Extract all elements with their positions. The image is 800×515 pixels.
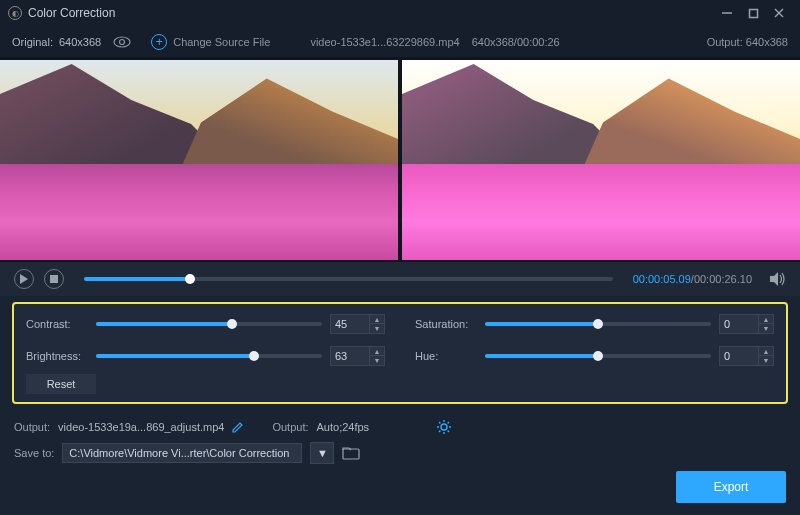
bottom-panel: Output: video-1533e19a...869_adjust.mp4 … xyxy=(0,410,800,466)
maximize-button[interactable] xyxy=(740,4,766,22)
contrast-step-down[interactable]: ▼ xyxy=(370,324,384,333)
settings-icon[interactable] xyxy=(437,420,451,434)
brightness-input[interactable] xyxy=(330,346,370,366)
hue-label: Hue: xyxy=(415,350,477,362)
svg-rect-7 xyxy=(50,275,58,283)
close-button[interactable] xyxy=(766,4,792,22)
hue-input[interactable] xyxy=(719,346,759,366)
saturation-slider[interactable] xyxy=(485,322,711,326)
output-preset-label: Output: xyxy=(272,421,308,433)
svg-marker-6 xyxy=(20,274,28,284)
original-dim-value: 640x368 xyxy=(59,36,101,48)
output-row: Output: video-1533e19a...869_adjust.mp4 … xyxy=(14,414,786,440)
hue-control: Hue: ▲▼ xyxy=(415,346,774,366)
svg-line-15 xyxy=(448,431,449,432)
info-bar: Original: 640x368 + Change Source File v… xyxy=(0,26,800,58)
svg-point-4 xyxy=(114,37,130,47)
svg-point-9 xyxy=(441,424,447,430)
window-title: Color Correction xyxy=(28,6,714,20)
preview-output xyxy=(402,60,800,260)
preview-toggle-icon[interactable] xyxy=(113,36,131,48)
output-file-name: video-1533e19a...869_adjust.mp4 xyxy=(58,421,224,433)
svg-rect-1 xyxy=(749,9,757,17)
original-label: Original: xyxy=(12,36,53,48)
transport-bar: 00:00:05.09/00:00:26.10 xyxy=(0,262,800,296)
saturation-label: Saturation: xyxy=(415,318,477,330)
saturation-control: Saturation: ▲▼ xyxy=(415,314,774,334)
edit-filename-icon[interactable] xyxy=(232,421,244,433)
source-file-meta: 640x368/00:00:26 xyxy=(472,36,560,48)
brightness-slider[interactable] xyxy=(96,354,322,358)
preview-row xyxy=(0,58,800,262)
original-dim-label: Original: 640x368 xyxy=(12,36,101,48)
color-controls-panel: Contrast: ▲▼ Saturation: ▲▼ Brightness: … xyxy=(12,302,788,404)
play-button[interactable] xyxy=(14,269,34,289)
minimize-button[interactable] xyxy=(714,4,740,22)
preview-original xyxy=(0,60,398,260)
svg-marker-8 xyxy=(770,272,778,286)
titlebar: ◐ Color Correction xyxy=(0,0,800,26)
hue-slider[interactable] xyxy=(485,354,711,358)
contrast-slider[interactable] xyxy=(96,322,322,326)
saturation-input[interactable] xyxy=(719,314,759,334)
brightness-label: Brightness: xyxy=(26,350,88,362)
plus-icon: + xyxy=(151,34,167,50)
app-logo-icon: ◐ xyxy=(8,6,22,20)
hue-step-down[interactable]: ▼ xyxy=(759,356,773,365)
contrast-control: Contrast: ▲▼ xyxy=(26,314,385,334)
export-button[interactable]: Export xyxy=(676,471,786,503)
svg-line-17 xyxy=(439,431,440,432)
svg-rect-18 xyxy=(343,449,359,459)
time-total: /00:00:26.10 xyxy=(691,273,752,285)
hue-step-up[interactable]: ▲ xyxy=(759,347,773,356)
save-path-dropdown[interactable]: ▼ xyxy=(310,442,334,464)
timeline-slider[interactable] xyxy=(84,277,613,281)
svg-line-16 xyxy=(448,422,449,423)
timeline-knob[interactable] xyxy=(185,274,195,284)
reset-button[interactable]: Reset xyxy=(26,374,96,394)
timecode: 00:00:05.09/00:00:26.10 xyxy=(633,273,752,285)
output-dim-label: Output: 640x368 xyxy=(707,36,788,48)
save-to-label: Save to: xyxy=(14,447,54,459)
stop-button[interactable] xyxy=(44,269,64,289)
output-file-label: Output: xyxy=(14,421,50,433)
timeline-fill xyxy=(84,277,190,281)
time-current: 00:00:05.09 xyxy=(633,273,691,285)
brightness-step-down[interactable]: ▼ xyxy=(370,356,384,365)
contrast-label: Contrast: xyxy=(26,318,88,330)
change-source-label: Change Source File xyxy=(173,36,270,48)
svg-line-14 xyxy=(439,422,440,423)
svg-point-5 xyxy=(120,39,125,44)
brightness-step-up[interactable]: ▲ xyxy=(370,347,384,356)
save-row: Save to: C:\Vidmore\Vidmore Vi...rter\Co… xyxy=(14,440,786,466)
change-source-button[interactable]: + Change Source File xyxy=(151,34,270,50)
brightness-control: Brightness: ▲▼ xyxy=(26,346,385,366)
saturation-step-down[interactable]: ▼ xyxy=(759,324,773,333)
contrast-step-up[interactable]: ▲ xyxy=(370,315,384,324)
open-folder-icon[interactable] xyxy=(342,446,360,460)
contrast-input[interactable] xyxy=(330,314,370,334)
save-path-field[interactable]: C:\Vidmore\Vidmore Vi...rter\Color Corre… xyxy=(62,443,302,463)
volume-icon[interactable] xyxy=(770,272,786,286)
output-preset-value: Auto;24fps xyxy=(317,421,370,433)
saturation-step-up[interactable]: ▲ xyxy=(759,315,773,324)
source-file-name: video-1533e1...63229869.mp4 xyxy=(310,36,459,48)
